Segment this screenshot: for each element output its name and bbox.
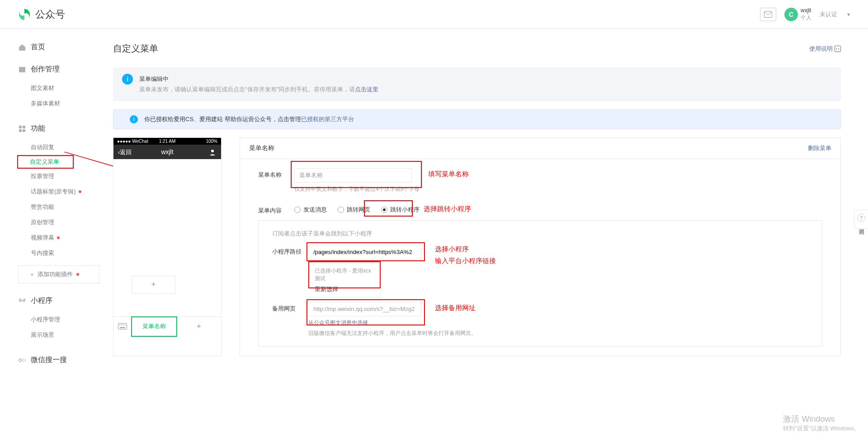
- avatar: C: [784, 8, 798, 21]
- function-icon: [18, 125, 26, 133]
- nav-item-in-account-search[interactable]: 号内搜索: [18, 245, 99, 261]
- radio-send-message[interactable]: 发送消息: [294, 206, 327, 214]
- svg-point-10: [211, 150, 214, 152]
- radio-jump-webpage[interactable]: 跳转网页: [338, 206, 370, 214]
- plus-icon: +: [30, 271, 34, 278]
- search-section-icon: [18, 356, 26, 364]
- select-from-article-link[interactable]: 从公众号图文消息中选择: [308, 319, 368, 327]
- phone-time: 1:21 AM: [159, 139, 176, 144]
- plus-icon: +: [197, 322, 202, 331]
- info-icon: i: [122, 74, 133, 85]
- info-icon: i: [130, 115, 138, 123]
- nav-section-label: 小程序: [31, 296, 52, 306]
- mp-path-input[interactable]: [308, 245, 421, 259]
- user-block[interactable]: C wxjlt 个人: [784, 7, 811, 21]
- red-dot-icon: [57, 236, 60, 239]
- alert-body: 你已授权给爱用CS、爱用建站 帮助你运营公众号，点击管理: [144, 116, 301, 122]
- label-mp-path: 小程序路径: [272, 245, 308, 256]
- nav-item-mp-manage[interactable]: 小程序管理: [18, 312, 99, 327]
- plus-icon: +: [151, 280, 156, 289]
- add-plugin-button[interactable]: + 添加功能插件: [18, 265, 99, 283]
- alert-editing: i 菜单编辑中 菜单未发布，请确认菜单编辑完成后点击"保存并发布"同步到手机。若…: [113, 67, 841, 101]
- nav-home-label: 首页: [31, 42, 45, 52]
- mail-icon[interactable]: [760, 8, 776, 21]
- svg-rect-11: [118, 324, 127, 330]
- user-role: 个人: [801, 14, 811, 22]
- home-icon: [18, 43, 26, 52]
- menu-name-help: 仅支持中英文和数字，字数不超过4个汉字或8个字母: [294, 185, 822, 193]
- keyboard-icon[interactable]: [113, 317, 132, 336]
- svg-rect-5: [19, 129, 22, 132]
- svg-rect-2: [19, 67, 25, 72]
- svg-point-12: [119, 325, 120, 325]
- nav-item-original[interactable]: 原创管理: [18, 215, 99, 230]
- form-head-title: 菜单名称: [249, 144, 274, 152]
- instructions-link[interactable]: 使用说明: [809, 45, 841, 53]
- user-info: wxjlt 个人: [801, 7, 811, 21]
- svg-rect-4: [23, 126, 25, 128]
- feedback-tab[interactable]: ? 遇到问题: [854, 210, 868, 229]
- creation-icon: [18, 66, 26, 74]
- phone-submenu-add[interactable]: +: [132, 276, 175, 294]
- phone-back-button[interactable]: ‹返回: [118, 148, 132, 156]
- header: 公众号 C wxjlt 个人 未认证 ▾: [0, 0, 868, 29]
- label-menu-content: 菜单内容: [258, 204, 294, 215]
- reselect-link[interactable]: 重新选择: [315, 285, 374, 293]
- phone-body: +: [113, 159, 221, 316]
- red-dot-icon: [76, 273, 79, 276]
- radio-icon: [381, 207, 387, 213]
- delete-menu-link[interactable]: 删除菜单: [808, 144, 831, 152]
- radio-icon: [294, 207, 301, 213]
- nav-section-label: 功能: [31, 124, 45, 133]
- alert-link[interactable]: 点击这里: [355, 86, 378, 93]
- alert-body: 菜单未发布，请确认菜单编辑完成后点击"保存并发布"同步到手机。若停用菜单，请: [139, 86, 355, 93]
- miniprogram-icon: [18, 297, 26, 305]
- nav-item-reward[interactable]: 赞赏功能: [18, 199, 99, 215]
- radio-jump-miniprogram[interactable]: 跳转小程序: [381, 206, 420, 214]
- logo[interactable]: 公众号: [18, 8, 65, 21]
- nav-item-multimedia-material[interactable]: 多媒体素材: [18, 96, 99, 111]
- menu-name-input[interactable]: [294, 168, 412, 183]
- wechat-mp-logo-icon: [18, 8, 31, 21]
- svg-point-15: [125, 325, 126, 325]
- phone-carrier: ●●●●● WeChat: [117, 139, 148, 144]
- main: 自定义菜单 使用说明 i 菜单编辑中 菜单未发布，请确认菜单编辑完成后点击"保存…: [99, 29, 868, 391]
- nav-section-label: 微信搜一搜: [31, 355, 67, 365]
- nav-section-search[interactable]: 微信搜一搜: [18, 355, 99, 365]
- nav-section-function[interactable]: 功能: [18, 124, 99, 133]
- miniprogram-subpanel: 订阅者点击该子菜单会跳到以下小程序 小程序路径 已选择小程序 - 爱用xcx测试…: [258, 220, 822, 347]
- sidebar: 首页 创作管理 图文素材 多媒体素材 功能 自动回复 自定义菜单: [0, 29, 99, 391]
- phone-battery: 100%: [206, 139, 217, 144]
- form-head: 菜单名称 删除菜单: [240, 138, 840, 159]
- phone-menu-1[interactable]: 菜单名称: [131, 316, 177, 337]
- nav-item-mp-showcase[interactable]: 展示场景: [18, 327, 99, 343]
- label-menu-name: 菜单名称: [258, 168, 294, 179]
- nav-item-video-danmu[interactable]: 视频弹幕: [18, 230, 99, 245]
- svg-point-8: [23, 359, 25, 362]
- nav-section-miniprogram[interactable]: 小程序: [18, 296, 99, 306]
- phone-menu-add[interactable]: +: [177, 317, 221, 336]
- backup-url-input[interactable]: [308, 302, 421, 316]
- svg-rect-6: [23, 129, 25, 132]
- svg-rect-3: [19, 126, 22, 128]
- alert-link[interactable]: 已授权的第三方平台: [301, 116, 354, 122]
- radio-icon: [338, 207, 344, 213]
- instructions-icon: [835, 46, 841, 52]
- phone-preview: ●●●●● WeChat 1:21 AM 100% ‹返回 wxjlt + 菜单…: [113, 137, 222, 356]
- question-icon: ?: [857, 214, 865, 222]
- page-title: 自定义菜单: [113, 42, 158, 55]
- svg-point-7: [19, 359, 22, 362]
- nav-item-graphic-material[interactable]: 图文素材: [18, 80, 99, 96]
- phone-titlebar: ‹返回 wxjlt: [113, 145, 221, 159]
- nav-section-label: 创作管理: [31, 65, 60, 74]
- red-dot-icon: [79, 190, 81, 193]
- phone-user-icon[interactable]: [208, 148, 217, 156]
- nav-section-creation[interactable]: 创作管理: [18, 65, 99, 74]
- nav-home[interactable]: 首页: [18, 42, 99, 52]
- svg-point-14: [123, 325, 124, 325]
- svg-rect-16: [120, 327, 125, 328]
- backup-help: 旧版微信客户端无法支持小程序，用户点击菜单时将会打开备用网页。: [308, 330, 808, 337]
- phone-title-text: wxjlt: [161, 148, 173, 155]
- verify-status: 未认证: [820, 10, 837, 19]
- chevron-down-icon[interactable]: ▾: [847, 11, 850, 18]
